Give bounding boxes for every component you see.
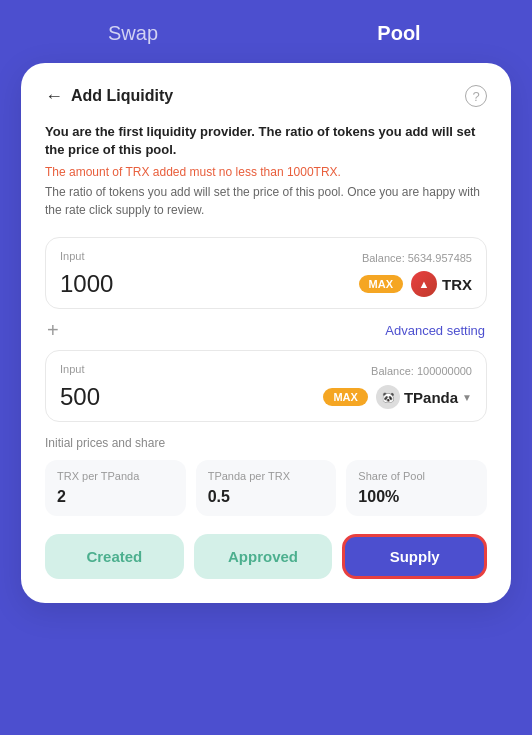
input1-right: MAX ▲ TRX xyxy=(359,271,472,297)
info-normal-text: The ratio of tokens you add will set the… xyxy=(45,183,487,219)
price-label-2: Share of Pool xyxy=(358,470,475,482)
price-value-0: 2 xyxy=(57,488,174,506)
prices-grid: TRX per TPanda 2 TPanda per TRX 0.5 Shar… xyxy=(45,460,487,516)
advanced-setting-link[interactable]: Advanced setting xyxy=(385,323,485,338)
approved-button[interactable]: Approved xyxy=(194,534,333,579)
main-card: ← Add Liquidity ? You are the first liqu… xyxy=(21,63,511,603)
trx-icon: ▲ xyxy=(411,271,437,297)
panda-icon: 🐼 xyxy=(376,385,400,409)
max-button-2[interactable]: MAX xyxy=(323,388,367,406)
top-nav: Swap Pool xyxy=(0,0,532,63)
input-box-2: Input Balance: 100000000 500 MAX 🐼 TPand… xyxy=(45,350,487,422)
info-bold-text: You are the first liquidity provider. Th… xyxy=(45,123,487,159)
info-warning-text: The amount of TRX added must no less tha… xyxy=(45,165,487,179)
price-label-1: TPanda per TRX xyxy=(208,470,325,482)
input1-value[interactable]: 1000 xyxy=(60,270,113,298)
input2-label: Input xyxy=(60,363,84,375)
supply-button[interactable]: Supply xyxy=(342,534,487,579)
button-row: Created Approved Supply xyxy=(45,534,487,579)
max-button-1[interactable]: MAX xyxy=(359,275,403,293)
trx-token-badge: ▲ TRX xyxy=(411,271,472,297)
card-title: Add Liquidity xyxy=(71,87,173,105)
input2-balance: Balance: 100000000 xyxy=(371,365,472,377)
price-label-0: TRX per TPanda xyxy=(57,470,174,482)
input1-label: Input xyxy=(60,250,84,262)
price-card-1: TPanda per TRX 0.5 xyxy=(196,460,337,516)
plus-icon[interactable]: + xyxy=(47,319,59,342)
input-box-1: Input Balance: 5634.957485 1000 MAX ▲ TR… xyxy=(45,237,487,309)
created-button[interactable]: Created xyxy=(45,534,184,579)
price-value-1: 0.5 xyxy=(208,488,325,506)
input2-right: MAX 🐼 TPanda ▼ xyxy=(323,385,472,409)
input1-balance: Balance: 5634.957485 xyxy=(362,252,472,264)
nav-swap[interactable]: Swap xyxy=(0,18,266,49)
prices-section: Initial prices and share TRX per TPanda … xyxy=(45,436,487,516)
chevron-down-icon: ▼ xyxy=(462,392,472,403)
price-card-0: TRX per TPanda 2 xyxy=(45,460,186,516)
price-value-2: 100% xyxy=(358,488,475,506)
trx-token-label: TRX xyxy=(442,276,472,293)
input2-value[interactable]: 500 xyxy=(60,383,100,411)
tpanda-token-label: TPanda xyxy=(404,389,458,406)
help-icon[interactable]: ? xyxy=(465,85,487,107)
nav-pool[interactable]: Pool xyxy=(266,18,532,49)
middle-row: + Advanced setting xyxy=(45,311,487,350)
card-header: ← Add Liquidity ? xyxy=(45,85,487,107)
prices-title: Initial prices and share xyxy=(45,436,487,450)
back-arrow-icon: ← xyxy=(45,86,63,107)
price-card-2: Share of Pool 100% xyxy=(346,460,487,516)
back-button[interactable]: ← Add Liquidity xyxy=(45,86,173,107)
tpanda-token-select[interactable]: 🐼 TPanda ▼ xyxy=(376,385,472,409)
